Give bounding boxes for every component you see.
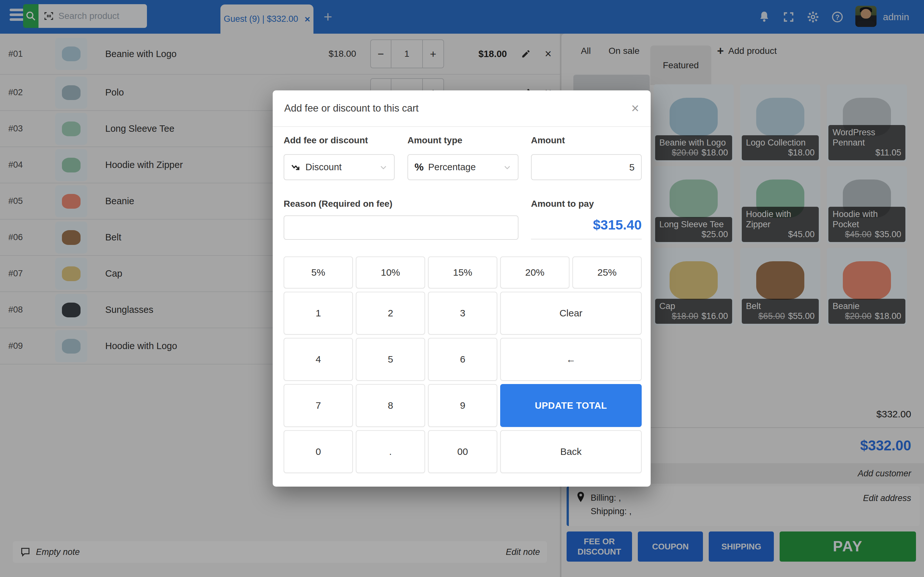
numpad-key-back[interactable]: Back (500, 430, 642, 473)
numpad-key-double-zero[interactable]: 00 (428, 430, 497, 473)
amount-type-value: Percentage (428, 162, 475, 172)
numpad-key-percent-15[interactable]: 15% (428, 256, 497, 288)
numpad-key-2[interactable]: 2 (356, 292, 425, 335)
chevron-down-icon (503, 163, 511, 171)
numpad-key-0[interactable]: 0 (284, 430, 353, 473)
numpad-key-1[interactable]: 1 (284, 292, 353, 335)
fee-type-label: Add fee or discount (284, 135, 368, 145)
numpad-key-clear[interactable]: Clear (500, 292, 642, 335)
amount-input[interactable]: 5 (531, 154, 642, 180)
discount-trend-icon (291, 162, 301, 172)
numpad-key-backspace[interactable]: ← (500, 338, 642, 381)
amount-value: 5 (629, 162, 635, 173)
numpad-key-4[interactable]: 4 (284, 338, 353, 381)
numpad: 5%10%15%20%25%123Clear456←789UPDATE TOTA… (284, 256, 642, 473)
numpad-key-8[interactable]: 8 (356, 384, 425, 427)
numpad-key-percent-20[interactable]: 20% (500, 256, 569, 288)
amount-type-label: Amount type (407, 135, 462, 145)
modal-header: Add fee or discount to this cart × (273, 90, 651, 127)
numpad-key-6[interactable]: 6 (428, 338, 497, 381)
modal-close-icon[interactable]: × (631, 102, 639, 115)
chevron-down-icon (379, 163, 388, 171)
numpad-key-percent-5[interactable]: 5% (284, 256, 353, 288)
fee-discount-modal: Add fee or discount to this cart × Add f… (273, 90, 651, 487)
amount-type-select[interactable]: % Percentage (407, 154, 519, 180)
numpad-key-percent-10[interactable]: 10% (356, 256, 425, 288)
numpad-key-7[interactable]: 7 (284, 384, 353, 427)
percent-icon: % (415, 161, 423, 173)
fee-type-select[interactable]: Discount (284, 154, 395, 180)
amount-to-pay-label: Amount to pay (531, 199, 594, 209)
numpad-key-9[interactable]: 9 (428, 384, 497, 427)
fee-type-value: Discount (305, 162, 342, 172)
numpad-key-3[interactable]: 3 (428, 292, 497, 335)
amount-label: Amount (531, 135, 565, 145)
reason-label: Reason (Required on fee) (284, 199, 393, 209)
numpad-key-5[interactable]: 5 (356, 338, 425, 381)
reason-input[interactable] (284, 215, 519, 240)
numpad-key-update-total[interactable]: UPDATE TOTAL (500, 384, 642, 427)
numpad-key-dot[interactable]: . (356, 430, 425, 473)
amount-to-pay-underline (531, 239, 642, 239)
amount-to-pay-value: $315.40 (531, 218, 642, 233)
modal-title: Add fee or discount to this cart (284, 103, 419, 114)
numpad-key-percent-25[interactable]: 25% (572, 256, 642, 288)
